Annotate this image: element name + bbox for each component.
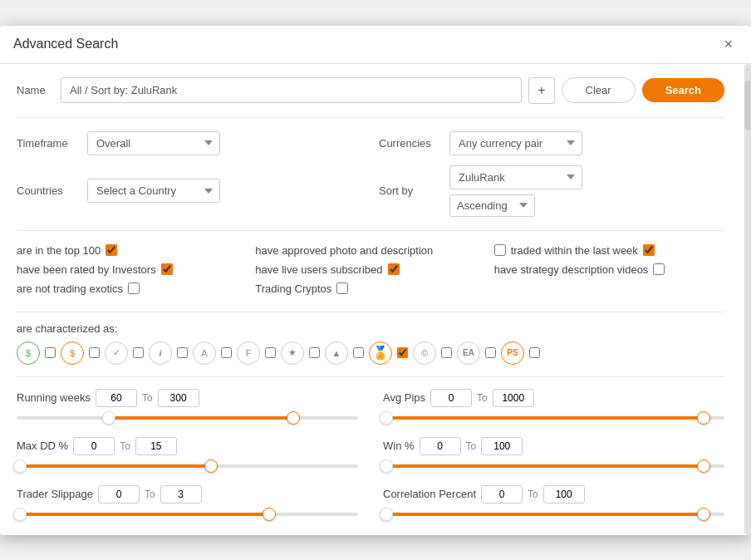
char-icon-dollar-orange[interactable]: $ [61,341,84,365]
lastweek-checkbox2[interactable] [643,244,655,256]
checkbox-item-notexotics: are not trading exotics [17,282,247,295]
correlation-slider[interactable] [383,507,724,522]
checkbox-item-photo: have approved photo and description [255,244,485,257]
char-checkbox-dollar-green[interactable] [45,347,56,358]
win-slider[interactable] [383,459,724,474]
photo-label: have approved photo and description [255,244,433,257]
currencies-select[interactable]: Any currency pairEUR/USDGBP/USDUSD/JPY [449,131,582,155]
checkbox-item-strategy: have strategy description videos [494,263,724,276]
char-checkbox-medal[interactable] [397,347,408,358]
name-row: Name + Clear Search [17,77,724,118]
char-checkbox-ea[interactable] [485,347,496,358]
dialog-title: Advanced Search [13,37,118,52]
char-checkbox-c[interactable] [441,347,452,358]
checkbox-grid: are in the top 100 have approved photo a… [17,244,724,295]
slider-group-avg-pips: Avg Pips To [383,389,724,425]
char-icon-a[interactable]: A [193,341,216,365]
currencies-label: Currencies [379,137,441,150]
dialog-body: Name + Clear Search Timeframe Overall1 d… [0,64,741,535]
char-checkbox-triangle[interactable] [353,347,364,358]
name-input[interactable] [61,77,522,103]
icon-row: $ $ ✓ i A F ★ ▲ [17,341,724,365]
char-icon-f[interactable]: F [237,341,260,365]
search-button[interactable]: Search [642,78,724,102]
countries-select[interactable]: Select a CountryUnited StatesUnited King… [87,179,220,203]
char-checkbox-f[interactable] [265,347,276,358]
slippage-max[interactable] [160,485,202,504]
char-checkbox-dollar-orange[interactable] [89,347,100,358]
top100-checkbox[interactable] [106,244,117,256]
notexotics-checkbox[interactable] [128,282,140,294]
running-weeks-label: Running weeks [17,391,91,404]
timeframe-row: Timeframe Overall1 day1 week1 month3 mon… [17,131,362,155]
char-checkbox-info[interactable] [177,347,188,358]
notexotics-label: are not trading exotics [17,282,123,295]
close-button[interactable]: × [719,34,738,55]
strategy-checkbox[interactable] [653,263,665,275]
slider-row-max-dd: Max DD % To [17,437,358,455]
slider-row-running-weeks: Running weeks To [17,389,358,407]
max-dd-label: Max DD % [17,440,68,452]
char-icon-check[interactable]: ✓ [105,341,128,365]
char-checkbox-check[interactable] [133,347,144,358]
timeframe-select[interactable]: Overall1 day1 week1 month3 months6 month… [87,131,220,155]
char-icon-c[interactable]: © [413,341,436,365]
char-checkbox-star[interactable] [309,347,320,358]
char-checkbox-ps[interactable] [529,347,540,358]
checkboxes-section: are in the top 100 have approved photo a… [17,244,724,312]
countries-label: Countries [17,184,79,197]
cryptos-checkbox[interactable] [336,282,348,294]
scrollbar-thumb[interactable] [744,81,751,130]
characterized-label: are characterized as: [17,322,724,335]
running-weeks-min[interactable] [96,389,137,407]
running-weeks-max[interactable] [158,389,199,407]
lastweek-checkbox[interactable] [494,244,506,256]
slippage-min[interactable] [98,485,140,504]
correlation-min[interactable] [481,485,523,504]
avg-pips-slider[interactable] [383,410,724,425]
char-icon-dollar-green[interactable]: $ [17,341,40,365]
sort-group: ZuluRankPerformanceWin Rate AscendingDes… [449,165,582,217]
clear-button[interactable]: Clear [562,77,636,103]
avg-pips-min[interactable] [430,389,472,407]
max-dd-min[interactable] [73,437,115,455]
avg-pips-label: Avg Pips [383,391,425,404]
running-weeks-slider[interactable] [17,410,358,425]
cryptos-label: Trading Cryptos [255,282,331,295]
rated-checkbox[interactable] [161,263,173,275]
countries-row: Countries Select a CountryUnited StatesU… [17,165,362,217]
win-label: Win % [383,440,415,452]
characterized-section: are characterized as: $ $ ✓ i A F [17,322,724,377]
char-icon-ea[interactable]: EA [457,341,480,365]
max-dd-slider[interactable] [17,459,358,474]
char-icon-triangle[interactable]: ▲ [325,341,348,365]
slippage-slider[interactable] [17,507,358,522]
char-icon-star[interactable]: ★ [281,341,304,365]
avg-pips-max[interactable] [493,389,534,407]
slider-group-max-dd: Max DD % To [17,437,358,474]
add-filter-button[interactable]: + [528,77,554,104]
win-min[interactable] [420,437,461,455]
win-max[interactable] [481,437,523,455]
checkbox-item-rated: have been rated by Investors [17,263,247,276]
liveusers-label: have live users subscribed [255,263,382,276]
char-icon-ps[interactable]: PS [501,341,524,365]
char-icon-medal[interactable]: 🏅 [369,341,392,365]
slider-row-win: Win % To [383,437,724,455]
sort-select[interactable]: ZuluRankPerformanceWin Rate [449,165,582,189]
sortby-row: Sort by ZuluRankPerformanceWin Rate Asce… [379,165,724,217]
liveusers-checkbox[interactable] [388,263,400,275]
top100-label: are in the top 100 [17,244,101,257]
checkbox-item-cryptos: Trading Cryptos [255,282,485,295]
slider-group-win: Win % To [383,437,724,474]
char-checkbox-a[interactable] [221,347,232,358]
sliders-section: Running weeks To Avg Pips [17,389,724,522]
max-dd-max[interactable] [135,437,177,455]
char-icon-info[interactable]: i [149,341,172,365]
scrollbar[interactable] [744,64,751,535]
correlation-max[interactable] [543,485,585,504]
sortby-label: Sort by [379,184,441,197]
checkbox-item-lastweek: traded within the last week [494,244,724,257]
sort-direction-select[interactable]: AscendingDescending [449,194,535,217]
currencies-row: Currencies Any currency pairEUR/USDGBP/U… [379,131,724,155]
